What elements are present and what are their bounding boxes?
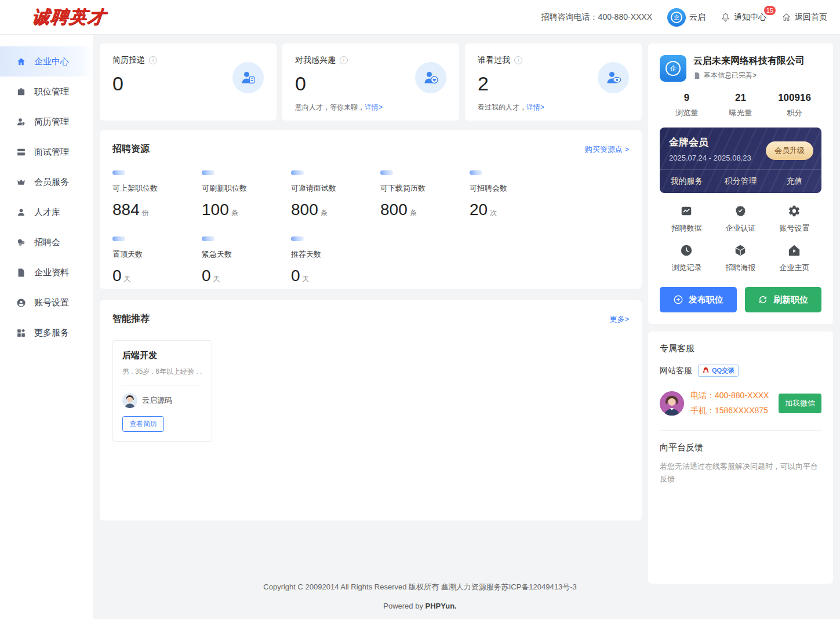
publish-job-button[interactable]: 发布职位	[660, 287, 737, 312]
stat-pill-icon	[380, 170, 393, 175]
stat-pill-icon	[470, 170, 482, 175]
notification-label: 通知中心	[734, 12, 766, 23]
resource-stat: 可刷新职位数 100条	[202, 170, 291, 219]
recruitment-resources-card: 招聘资源 购买资源点 > 可上架职位数 884份 可刷新职位数 100条 可邀请…	[100, 130, 642, 289]
service-phone: 电话：400-880-XXXX	[690, 388, 779, 403]
stat-card-who-viewed-me: 谁看过我 i 2 看过我的人才，详情>	[465, 43, 642, 121]
back-home[interactable]: 返回首页	[781, 12, 827, 23]
person-document-icon	[232, 62, 264, 93]
stat-card-interested-in-me: 对我感兴趣 i 0 意向人才，等你来聊，详情>	[282, 43, 459, 121]
view-resume-button[interactable]: 查看简历	[122, 416, 164, 432]
bell-icon	[721, 12, 730, 22]
copyright-line: Copyright C 20092014 All Rights Reserved…	[0, 582, 840, 592]
sidebar-item-enterprise-center[interactable]: 企业中心	[0, 46, 93, 77]
recharge-link[interactable]: 充值	[768, 170, 821, 193]
info-icon[interactable]: i	[514, 56, 522, 64]
sidebar-item-talent-pool[interactable]: 人才库	[0, 197, 93, 227]
user-name: 云启	[689, 12, 706, 23]
consult-phone: 招聘咨询电话：400-880-XXXX	[541, 12, 652, 23]
stat-pill-icon	[202, 170, 214, 175]
resources-title: 招聘资源	[112, 143, 150, 155]
divider	[660, 430, 821, 431]
quick-action-recruit-data[interactable]: 招聘数据	[660, 205, 714, 234]
gear-icon	[788, 205, 801, 217]
company-name: 云启未来网络科技有限公司	[693, 55, 805, 67]
detail-link[interactable]: 详情>	[526, 103, 544, 111]
phpyun-brand[interactable]: PHPYun.	[426, 602, 457, 610]
refresh-job-button[interactable]: 刷新职位	[745, 287, 822, 312]
candidate-avatar	[122, 393, 137, 408]
top-header: 诚聘英才 招聘咨询电话：400-880-XXXX 企 云启 通知中心 15 返回…	[0, 0, 840, 35]
stat-pill-icon	[112, 170, 125, 175]
quick-action-company-homepage[interactable]: 企业主页	[768, 244, 821, 273]
detail-link[interactable]: 详情>	[365, 103, 383, 111]
refresh-icon	[758, 294, 768, 305]
customer-service-panel: 专属客服 网站客服 QQ交谈 电话：400-880-XXXX 手机：1586XX…	[648, 332, 833, 584]
membership-card: 金牌会员 2025.07.24 - 2025.08.23 会员升级 我的服务 积…	[660, 128, 821, 193]
resource-stat: 可邀请面试数 800条	[291, 170, 380, 219]
job-meta: 男 . 35岁 . 6年以上经验 . ...	[122, 367, 202, 385]
account-circle-icon	[16, 298, 26, 308]
page-footer: Copyright C 20092014 All Rights Reserved…	[0, 582, 840, 610]
buy-resources-link[interactable]: 购买资源点 >	[585, 144, 629, 155]
stat-subtitle: 看过我的人才，	[478, 103, 526, 111]
powered-by-label: Powered by	[383, 602, 425, 610]
logo: 诚聘英才	[31, 5, 107, 29]
resource-stat: 置顶天数 0天	[112, 236, 202, 285]
sidebar-item-resume-management[interactable]: 简历管理	[0, 107, 93, 137]
stat-pill-icon	[291, 170, 304, 175]
info-icon[interactable]: i	[149, 56, 157, 64]
my-services-link[interactable]: 我的服务	[660, 170, 714, 193]
info-icon[interactable]: i	[340, 56, 348, 64]
sidebar-item-more-services[interactable]: 更多服务	[0, 318, 93, 348]
more-link[interactable]: 更多>	[609, 314, 629, 325]
add-wechat-button[interactable]: 加我微信	[779, 394, 821, 413]
quick-action-browse-history[interactable]: 浏览记录	[660, 244, 714, 273]
grid-icon	[16, 328, 26, 338]
quick-action-company-cert[interactable]: 企业认证	[714, 205, 768, 234]
home-icon	[16, 57, 26, 67]
notification-badge: 15	[764, 6, 776, 15]
qq-penguin-icon	[702, 367, 710, 374]
document-icon	[16, 268, 26, 278]
back-home-label: 返回首页	[795, 12, 827, 23]
doc-small-icon	[693, 72, 701, 79]
member-upgrade-button[interactable]: 会员升级	[766, 141, 813, 160]
resource-stat: 可下载简历数 800条	[380, 170, 470, 219]
sidebar-item-job-management[interactable]: 职位管理	[0, 77, 93, 107]
feedback-description: 若您无法通过在线客服解决问题时，可以向平台反馈	[660, 460, 821, 486]
sidebar-item-interview-management[interactable]: 面试管理	[0, 137, 93, 167]
plus-circle-icon	[673, 294, 683, 305]
qq-chat-button[interactable]: QQ交谈	[698, 365, 739, 377]
job-card[interactable]: 后端开发 男 . 35岁 . 6年以上经验 . ... 云启源码 查看简历	[112, 340, 212, 442]
sidebar-item-member-service[interactable]: 会员服务	[0, 167, 93, 197]
sidebar-item-account-settings[interactable]: 账号设置	[0, 287, 93, 318]
company-logo: 企	[660, 55, 686, 82]
resource-stat: 可招聘会数 20次	[470, 170, 559, 219]
quick-action-account-settings[interactable]: 账号设置	[768, 205, 821, 234]
basic-info-status[interactable]: 基本信息已完善>	[693, 71, 805, 81]
stat-pill-icon	[202, 236, 214, 241]
recommend-title: 智能推荐	[112, 313, 150, 325]
user-menu[interactable]: 企 云启	[667, 8, 706, 27]
crown-icon	[16, 177, 26, 187]
resource-stat: 推荐天数 0天	[291, 236, 380, 285]
quick-action-recruit-poster[interactable]: 招聘海报	[714, 244, 768, 273]
home-page-icon	[788, 244, 801, 257]
smart-recommend-card: 智能推荐 更多> 后端开发 男 . 35岁 . 6年以上经验 . ... 云启源…	[100, 300, 642, 520]
company-panel: 企 云启未来网络科技有限公司 基本信息已完善> 9浏览量 21曝光量 10091…	[648, 43, 833, 324]
sidebar-item-job-fair[interactable]: 招聘会	[0, 227, 93, 257]
cube-icon	[734, 244, 747, 257]
job-title: 后端开发	[122, 350, 202, 361]
person-heart-icon	[415, 62, 446, 93]
points-stat: 100916积分	[768, 92, 821, 118]
notification-center[interactable]: 通知中心 15	[721, 12, 766, 23]
sidebar-item-company-profile[interactable]: 企业资料	[0, 257, 93, 287]
person-eye-icon	[598, 62, 629, 93]
stat-subtitle: 意向人才，等你来聊，	[295, 103, 365, 111]
points-management-link[interactable]: 积分管理	[714, 170, 768, 193]
views-stat: 9浏览量	[660, 92, 714, 118]
talent-person-icon	[16, 207, 26, 217]
stat-title: 简历投递	[112, 55, 145, 65]
main-content: 简历投递 i 0 对我感兴趣 i 0 意向人才，等你来聊，详情> 谁看过我	[100, 43, 642, 520]
